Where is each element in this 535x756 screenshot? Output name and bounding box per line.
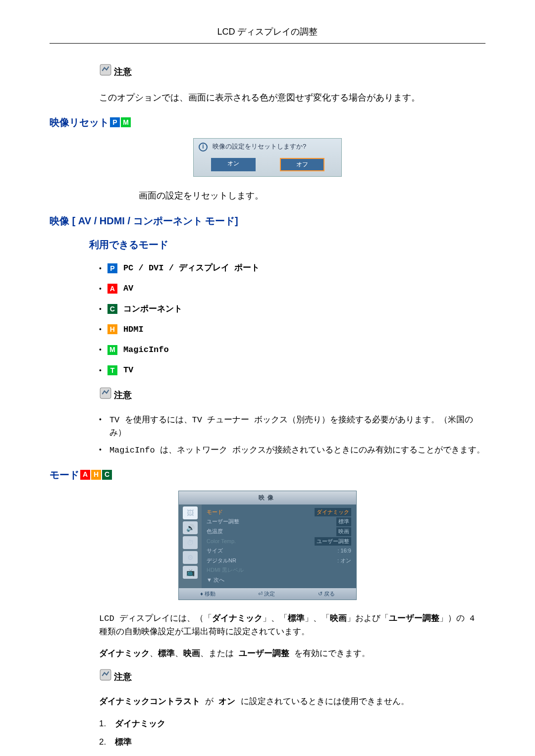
ol-item-1: ダイナミック	[115, 717, 165, 730]
osd-side-sound-icon: 🔊	[183, 521, 198, 534]
osd-val-std: 標準	[336, 517, 351, 526]
osd-row-next: ▼ 次へ	[207, 576, 224, 585]
note-label: 注意	[114, 388, 132, 403]
list-item: • A AV	[99, 282, 485, 295]
osd-row-hdmi: HDMI 黒レベル	[207, 566, 244, 575]
osd-val-mode: ダイナミック	[315, 508, 351, 517]
osd-main: モードダイナミック ユーザー調整標準 色温度映画 Color Temp.ユーザー…	[202, 504, 356, 588]
badge-m-icon: M	[121, 117, 131, 127]
osd-val-dnr: : オン	[337, 556, 351, 565]
list-item: 1.ダイナミック	[99, 717, 485, 730]
note-2-text-1: TV を使用するには、TV チューナー ボックス（別売り）を接続する必要がありま…	[109, 414, 485, 439]
available-modes-heading: 利用できるモード	[89, 237, 485, 252]
osd-val-movie: 映画	[336, 527, 351, 536]
svg-rect-1	[100, 388, 111, 399]
reset-prompt: 映像の設定をリセットしますか?	[213, 142, 306, 152]
mode-ordered-list: 1.ダイナミック 2.標準	[99, 717, 485, 749]
badge-t-icon: T	[107, 365, 117, 375]
list-item: • P PC / DVI / ディスプレイ ポート	[99, 261, 485, 275]
note-icon	[99, 668, 112, 686]
badge-c-icon: C	[102, 470, 112, 480]
list-item: • T TV	[99, 363, 485, 377]
note-2-list: • TV を使用するには、TV チューナー ボックス（別売り）を接続する必要があ…	[99, 414, 485, 457]
osd-side-input-icon: 📺	[183, 566, 198, 579]
note-block-3: 注意	[99, 668, 485, 686]
list-item: • TV を使用するには、TV チューナー ボックス（別売り）を接続する必要があ…	[99, 414, 485, 439]
note-label: 注意	[114, 65, 132, 79]
osd-val-size: : 16:9	[337, 547, 351, 555]
osd-row-mode: モード	[207, 508, 223, 517]
section-heading-reset: 映像リセット P M	[50, 114, 485, 130]
ol-item-2: 標準	[115, 735, 132, 749]
osd-sidebar: 🖼 🔊 ⏱ ⚙ 📺	[179, 504, 202, 588]
osd-side-setup-icon: ⚙	[183, 551, 198, 564]
mode-t-label: TV	[123, 363, 133, 377]
mode-p-label: PC / DVI / ディスプレイ ポート	[123, 261, 260, 275]
osd-footer: ♦ 移動 ⏎ 決定 ↺ 戻る	[179, 588, 356, 600]
section-heading-mode-text: モード	[50, 467, 79, 483]
mode-a-label: AV	[123, 282, 133, 295]
badge-c-icon: C	[107, 304, 117, 314]
section-heading-picture: 映像 [ AV / HDMI / コンポーネント モード]	[50, 213, 485, 229]
available-modes-list: • P PC / DVI / ディスプレイ ポート • A AV • C コンポ…	[99, 261, 485, 377]
note-block-1: 注意	[99, 63, 485, 81]
list-item: • C コンポーネント	[99, 302, 485, 316]
note-1-text: このオプションでは、画面に表示される色が意図せず変化する場合があります。	[99, 91, 485, 105]
osd-row-colortemp: 色温度	[207, 527, 223, 536]
list-item: • M MagicInfo	[99, 343, 485, 356]
osd-footer-enter: 決定	[264, 591, 275, 597]
note-2-text-2: MagicInfo は、ネットワーク ボックスが接続されているときにのみ有効にす…	[109, 444, 485, 457]
mode-paragraph-1: LCD ディスプレイには、（「ダイナミック」、「標準」、「映画」および「ユーザー…	[99, 612, 485, 639]
badge-a-icon: A	[80, 470, 90, 480]
section-heading-picture-text: 映像 [ AV / HDMI / コンポーネント モード]	[50, 213, 238, 229]
reset-on-button: オン	[211, 158, 256, 171]
osd-side-clock-icon: ⏱	[183, 536, 198, 549]
badge-p-icon: P	[110, 117, 120, 127]
section-heading-reset-text: 映像リセット	[50, 114, 109, 130]
list-item: • H HDMI	[99, 323, 485, 336]
reset-off-button: オフ	[280, 158, 324, 171]
osd-val-user: ユーザー調整	[315, 537, 351, 546]
reset-desc: 画面の設定をリセットします。	[139, 189, 485, 203]
note-icon	[99, 63, 112, 81]
badge-m-icon: M	[107, 345, 117, 355]
note-3-text: ダイナミックコントラスト が オン に設定されているときには使用できません。	[99, 695, 485, 708]
mode-m-label: MagicInfo	[123, 343, 169, 356]
note-label: 注意	[114, 670, 132, 684]
mode-paragraph-2: ダイナミック、標準、映画、または ユーザー調整 を有効にできます。	[99, 647, 485, 660]
badge-a-icon: A	[107, 284, 117, 294]
osd-footer-return: 戻る	[324, 591, 335, 597]
svg-rect-0	[100, 64, 111, 75]
section-heading-mode: モード A H C	[50, 467, 485, 483]
osd-row-size: サイズ	[207, 547, 223, 555]
osd-side-picture-icon: 🖼	[183, 506, 198, 519]
badge-h-icon: H	[107, 324, 117, 334]
list-item: • MagicInfo は、ネットワーク ボックスが接続されているときにのみ有効…	[99, 444, 485, 457]
mode-h-label: HDMI	[123, 323, 144, 336]
list-item: 2.標準	[99, 735, 485, 749]
mode-c-label: コンポーネント	[123, 302, 182, 316]
badge-h-icon: H	[91, 470, 101, 480]
svg-rect-2	[100, 669, 111, 680]
osd-footer-move: 移動	[205, 591, 215, 597]
note-icon	[99, 387, 112, 404]
page-header: LCD ディスプレイの調整	[50, 25, 485, 44]
note-block-2: 注意	[99, 387, 485, 404]
osd-screenshot: 映像 🖼 🔊 ⏱ ⚙ 📺 モードダイナミック ユーザー調整標準 色温度映画 Co…	[50, 491, 485, 601]
osd-row-colortemp-en: Color Temp.	[207, 537, 236, 546]
osd-row-dnr: デジタルNR	[207, 556, 236, 565]
badge-p-icon: P	[107, 263, 117, 273]
info-icon: i	[199, 143, 208, 151]
osd-title: 映像	[179, 491, 356, 504]
reset-dialog-screenshot: i 映像の設定をリセットしますか? オン オフ	[50, 138, 485, 177]
osd-row-user: ユーザー調整	[207, 517, 239, 526]
